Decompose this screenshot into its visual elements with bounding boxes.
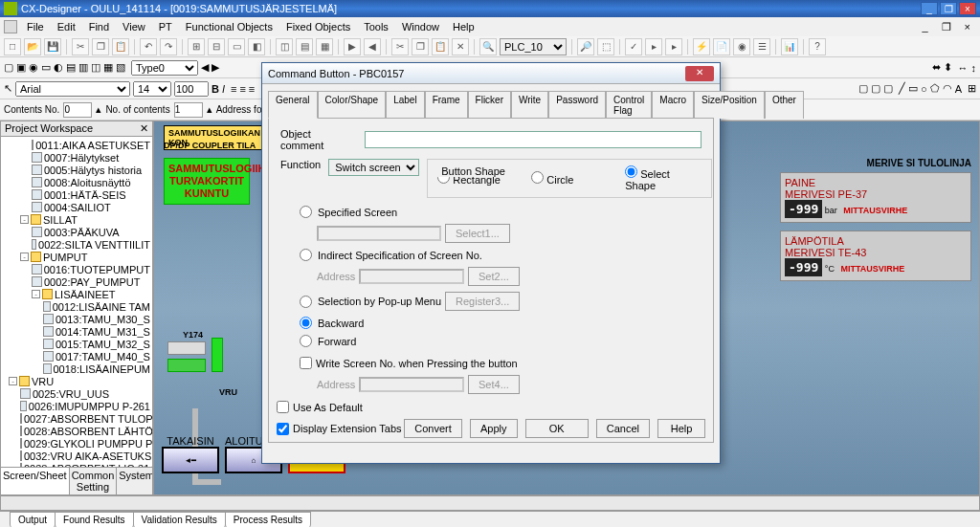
tree-item[interactable]: 0007:Hälytykset [3,151,150,164]
font-combo[interactable]: Arial [15,81,130,97]
noof-spin[interactable]: ▴ [207,103,212,116]
tbr-1[interactable]: ▢ [858,82,868,95]
tb-find-icon[interactable]: 🔎 [577,38,594,55]
tree-item[interactable]: 0008:Aloitusnäyttö [3,176,150,188]
tb-26[interactable]: ⚡ [693,38,710,55]
tb2-r3[interactable]: ↔ [958,62,969,74]
mdi-min[interactable]: _ [916,19,933,34]
menu-edit[interactable]: Edit [52,19,81,34]
mdi-close[interactable]: × [959,19,976,34]
rtab-output[interactable]: Output [10,512,56,527]
tree-item[interactable]: 0004:SAILIOT [3,201,150,213]
tree-item[interactable]: -SILLAT [3,213,150,226]
tb2-4[interactable]: ▭ [41,61,51,74]
tree-item[interactable]: 0014:TAMU_M31_S [3,325,150,338]
opt-specified[interactable] [300,206,312,218]
valve-icon[interactable] [212,338,223,372]
tb-14[interactable]: ▤ [296,38,313,55]
tree-item[interactable]: -PUMPUT [3,251,150,263]
tab-macro[interactable]: Macro [652,91,694,119]
tb-paste-icon[interactable]: 📋 [432,38,449,55]
menu-view[interactable]: View [117,19,151,34]
tb-11[interactable]: ▭ [228,38,245,55]
restore-button[interactable]: ❐ [940,2,957,15]
menu-window[interactable]: Window [396,19,445,34]
tb-24[interactable]: ▸ [645,38,662,55]
gauge-paine[interactable]: PAINE MERIVESI PE-37 -999 bar MITTAUSVIR… [780,172,971,223]
close-button[interactable]: × [959,2,976,15]
tree-tab-common[interactable]: Common Setting [70,468,118,494]
apply-button[interactable]: Apply [470,419,518,438]
tbr-2[interactable]: ▢ [871,82,880,95]
type-combo[interactable]: Type0 [131,60,198,76]
tree-item[interactable]: 0005:Hälytys historia [3,164,150,176]
tbr-poly-icon[interactable]: ⬠ [930,82,940,95]
tab-label[interactable]: Label [386,91,424,119]
tree-close-icon[interactable]: ✕ [140,122,148,135]
tbr-rect-icon[interactable]: ▭ [908,82,918,95]
convert-button[interactable]: Convert [404,419,462,438]
tree-item[interactable]: 0012:LISÄAINE TAM [3,300,150,313]
tb-10[interactable]: ⊟ [208,38,225,55]
tree-item[interactable]: 0011:AIKA ASETUKSET [3,139,150,151]
tb2-11[interactable]: ◀ [201,61,209,74]
tb2-r1[interactable]: ⬌ [932,61,941,74]
tb-22[interactable]: ⬚ [597,38,614,55]
tb2-1[interactable]: ▢ [4,61,13,74]
tree-item[interactable]: 0016:TUOTEPUMPUT [3,263,150,275]
tree-item[interactable]: 0029:GLYKOLI PUMPPU P-4 [3,437,150,450]
tree-item[interactable]: 0028:ABSORBENT LÄHTÖP [3,425,150,437]
rtab-proc[interactable]: Process Results [225,512,311,527]
tb-open-icon[interactable]: 📂 [24,38,41,55]
menu-file[interactable]: File [21,19,50,34]
tree-item[interactable]: -VRU [3,375,150,387]
tb2-r2[interactable]: ⬍ [944,61,952,74]
tb3-bold-icon[interactable]: B [212,83,219,95]
tree-item[interactable]: 0026:IMUPUMPPU P-261 [3,400,150,412]
tab-size[interactable]: Size/Position [694,91,765,119]
tb-help-icon[interactable]: ? [809,38,826,55]
tb-13[interactable]: ◫ [276,38,293,55]
tree-item[interactable]: 0002:PAY_PUMPUT [3,275,150,288]
tab-password[interactable]: Password [548,91,606,119]
tree-item[interactable]: 0001:HÄTÄ-SEIS [3,188,150,201]
tb-12[interactable]: ◧ [248,38,265,55]
menu-tools[interactable]: Tools [358,19,394,34]
menu-funcobj[interactable]: Functional Objects [180,19,278,34]
tb-9[interactable]: ⊞ [188,38,205,55]
tb-cut-icon[interactable]: ✂ [391,38,409,55]
tb-5[interactable]: ❐ [92,38,109,55]
tb3-left-icon[interactable]: ≡ [231,83,236,95]
tb-8[interactable]: ↷ [160,38,177,55]
tb-new-icon[interactable]: □ [4,38,21,55]
contents-no-input[interactable] [63,102,92,118]
plc-select[interactable]: PLC_10 [500,38,567,55]
green-btn[interactable] [167,359,206,372]
tb-save-icon[interactable]: 💾 [44,38,61,55]
obj-comment-input[interactable] [365,131,702,148]
tb3-right-icon[interactable]: ≡ [249,83,255,95]
tree-item[interactable]: 0018:LISÄAINEPUM [3,362,150,375]
opt-indirect[interactable] [300,249,312,261]
tree-item[interactable]: 0013:TAMU_M30_S [3,313,150,325]
tb-30[interactable]: 📊 [781,38,798,55]
tree-item[interactable]: 0015:TAMU_M32_S [3,338,150,350]
ok-button[interactable]: OK [525,419,589,438]
tree-item[interactable]: 0027:ABSORBENT TULOP [3,412,150,425]
tb3-arrow-icon[interactable]: ↖ [4,82,12,95]
gauge-temp[interactable]: LÄMPÖTILA MERIVESI TE-43 -999 °C MITTAUS… [780,231,971,281]
tb2-r4[interactable]: ↕ [971,62,977,74]
h-scrollbar[interactable] [0,495,980,511]
chk-default[interactable] [277,401,289,413]
noof-input[interactable] [174,102,203,118]
cancel-button[interactable]: Cancel [596,419,650,438]
menu-help[interactable]: Help [447,19,480,34]
tree-item[interactable]: 0017:TAMU_M40_S [3,350,150,362]
menu-pt[interactable]: PT [153,19,178,34]
tbr-arc-icon[interactable]: ◠ [943,82,952,95]
tree-item[interactable]: 0022:SILTA VENTTIILIT [3,238,150,251]
tree-tab-system[interactable]: System [117,468,153,494]
tb-copy-icon[interactable]: ❐ [412,38,429,55]
tb2-3[interactable]: ◉ [29,61,38,74]
tb-29[interactable]: ☰ [753,38,770,55]
